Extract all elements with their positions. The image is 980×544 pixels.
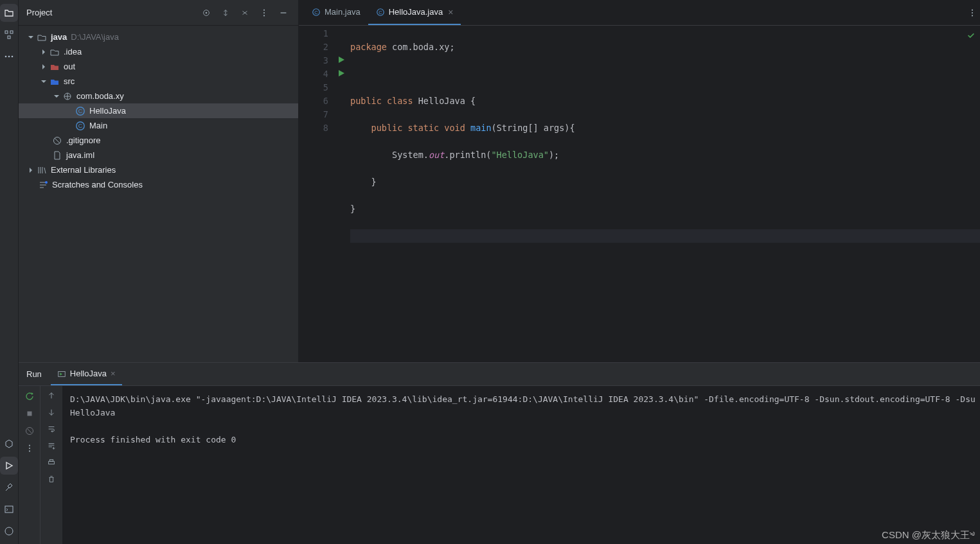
chevron-down-icon[interactable] — [52, 92, 61, 101]
svg-point-25 — [972, 12, 973, 13]
tab-label: Main.java — [325, 7, 361, 17]
svg-point-4 — [8, 56, 10, 58]
stop-button[interactable] — [25, 409, 34, 418]
svg-rect-2 — [8, 36, 10, 39]
build-rail-button[interactable] — [0, 478, 18, 496]
panel-options-button[interactable] — [257, 6, 271, 20]
run-config-icon — [57, 369, 66, 378]
run-tab-hellojava[interactable]: HelloJava × — [51, 363, 122, 385]
up-button[interactable] — [47, 391, 56, 400]
close-run-tab-button[interactable]: × — [111, 369, 116, 378]
rerun-button[interactable] — [24, 391, 35, 401]
run-tab-label: HelloJava — [70, 369, 107, 378]
svg-point-31 — [28, 448, 30, 449]
tree-row-hellojava[interactable]: C HelloJava — [19, 103, 298, 118]
tree-row-idea[interactable]: .idea — [19, 44, 298, 59]
svg-rect-33 — [49, 461, 55, 464]
down-button[interactable] — [47, 408, 56, 417]
terminal-icon — [4, 504, 14, 514]
editor-tab-hellojava[interactable]: C HelloJava.java × — [368, 0, 461, 25]
code-text: com.boda.xy; — [387, 42, 455, 52]
tree-label: .gitignore — [66, 136, 100, 145]
services-rail-button[interactable] — [0, 435, 18, 453]
tree-row-scratches[interactable]: Scratches and Consoles — [19, 177, 298, 192]
svg-text:C: C — [314, 9, 318, 15]
hide-panel-button[interactable] — [276, 6, 290, 20]
editor-more-button[interactable] — [968, 8, 977, 17]
run-more-button[interactable] — [25, 444, 34, 453]
print-button[interactable] — [47, 458, 56, 467]
close-tab-button[interactable]: × — [448, 7, 453, 17]
svg-point-3 — [5, 56, 7, 58]
exit-button[interactable] — [24, 426, 35, 436]
class-icon: C — [312, 8, 321, 17]
code-field: out — [429, 150, 444, 160]
chevron-right-icon[interactable] — [26, 166, 35, 175]
hexagon-icon — [4, 439, 14, 449]
tree-path: D:\JAVA\java — [71, 32, 119, 42]
soft-wrap-button[interactable] — [47, 425, 56, 434]
tree-row-main[interactable]: C Main — [19, 118, 298, 133]
tree-label: Main — [89, 121, 107, 130]
tree-row-root[interactable]: java D:\JAVA\java — [19, 30, 298, 44]
editor-body[interactable]: 1 2 3 4 5 6 7 8 package com.boda.xy; pub… — [299, 26, 980, 362]
run-console[interactable]: D:\JAVA\JDK\bin\java.exe "-javaagent:D:\… — [62, 386, 980, 544]
tree-label: HelloJava — [89, 106, 126, 116]
line-number: 5 — [323, 82, 328, 92]
tab-label: HelloJava.java — [389, 7, 443, 17]
hammer-icon — [4, 482, 14, 493]
tree-row-external-libs[interactable]: External Libraries — [19, 162, 298, 177]
project-rail-button[interactable] — [0, 4, 18, 22]
svg-rect-1 — [10, 31, 13, 33]
editor-tab-main[interactable]: C Main.java — [304, 0, 368, 25]
scroll-end-button[interactable] — [47, 441, 56, 450]
code-class-name: HelloJava — [418, 96, 465, 106]
exit-icon — [24, 426, 35, 436]
svg-point-9 — [206, 12, 208, 13]
code-text: } — [350, 177, 377, 187]
expand-all-button[interactable] — [218, 6, 233, 20]
run-panel-header: Run HelloJava × — [19, 363, 980, 386]
class-icon: C — [75, 106, 85, 116]
svg-rect-0 — [5, 31, 8, 33]
tree-row-package[interactable]: com.boda.xy — [19, 89, 298, 103]
class-icon: C — [75, 121, 85, 131]
code-area[interactable]: package com.boda.xy; public class HelloJ… — [335, 26, 980, 362]
tree-label: .idea — [64, 47, 82, 57]
collapse-all-button[interactable] — [238, 6, 252, 20]
select-opened-file-button[interactable] — [199, 6, 213, 20]
svg-text:C: C — [78, 108, 83, 114]
tree-row-src[interactable]: src — [19, 74, 298, 89]
problems-rail-button[interactable] — [0, 522, 18, 540]
structure-rail-button[interactable] — [0, 26, 18, 44]
editor-tabs: C Main.java C HelloJava.java × — [299, 0, 980, 26]
line-number: 7 — [323, 109, 328, 119]
line-number: 8 — [323, 123, 328, 133]
tree-row-out[interactable]: out — [19, 59, 298, 74]
more-vertical-icon — [968, 8, 977, 17]
chevron-right-icon[interactable] — [39, 48, 48, 57]
project-tree[interactable]: java D:\JAVA\java .idea — [19, 26, 298, 362]
terminal-rail-button[interactable] — [0, 500, 18, 518]
editor-panel: C Main.java C HelloJava.java × 1 — [299, 0, 980, 362]
chevron-down-icon[interactable] — [26, 33, 35, 42]
code-keyword: public — [371, 123, 403, 133]
chevron-right-icon[interactable] — [39, 62, 48, 71]
line-number: 4 — [323, 69, 328, 79]
svg-point-26 — [972, 15, 973, 16]
trash-icon — [47, 475, 56, 484]
project-panel-title: Project — [26, 8, 52, 17]
svg-point-12 — [263, 15, 265, 16]
scratches-icon — [38, 180, 48, 190]
inspection-ok-icon[interactable] — [967, 31, 976, 40]
code-keyword: static — [407, 123, 439, 133]
tree-row-iml[interactable]: java.iml — [19, 148, 298, 162]
run-rail-button[interactable] — [0, 457, 18, 475]
tree-row-gitignore[interactable]: .gitignore — [19, 133, 298, 148]
chevron-down-icon[interactable] — [39, 77, 48, 86]
tree-label: java — [51, 32, 67, 42]
clear-button[interactable] — [47, 475, 56, 484]
folder-src-icon — [49, 76, 60, 87]
tree-label: com.boda.xy — [76, 91, 124, 101]
more-rail-button[interactable] — [0, 48, 18, 66]
